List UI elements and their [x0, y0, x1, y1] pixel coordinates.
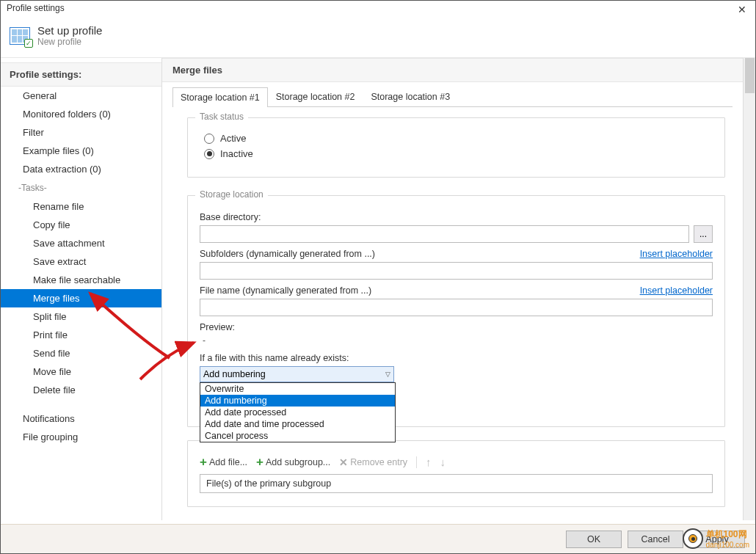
- tab-storage-3[interactable]: Storage location #3: [363, 87, 458, 106]
- filename-label: File name (dynamically generated from ..…: [200, 285, 371, 296]
- task-status-group: Task status Active Inactive: [187, 117, 725, 178]
- opt-add-numbering[interactable]: Add numbering: [200, 395, 395, 407]
- sidebar-title: Profile settings:: [1, 62, 161, 87]
- storage-group: Storage location Base directory: ... Sub…: [187, 195, 725, 427]
- ok-button[interactable]: OK: [566, 531, 622, 548]
- scrollbar-thumb[interactable]: [745, 58, 755, 93]
- storage-legend: Storage location: [195, 189, 268, 200]
- tabs: Storage location #1 Storage location #2 …: [172, 87, 733, 107]
- opt-cancel[interactable]: Cancel process: [200, 430, 395, 442]
- sidebar-item-copy[interactable]: Copy file: [1, 216, 161, 234]
- header-title: Set up profile: [37, 24, 102, 37]
- plus-icon: +: [200, 457, 207, 467]
- subfolders-input[interactable]: [200, 262, 713, 280]
- sidebar-item-notifications[interactable]: Notifications: [1, 409, 161, 428]
- sidebar-item-move[interactable]: Move file: [1, 362, 161, 381]
- exists-combo[interactable]: Add numbering ▽ Overwrite Add numbering …: [200, 366, 394, 382]
- sidebar-item-grouping[interactable]: File grouping: [1, 428, 161, 446]
- sidebar-item-split[interactable]: Split file: [1, 307, 161, 326]
- vertical-scrollbar[interactable]: [743, 58, 755, 520]
- window-title: Profile settings: [7, 3, 65, 13]
- sidebar-item-send[interactable]: Send file: [1, 344, 161, 362]
- insert-placeholder-link[interactable]: Insert placeholder: [640, 249, 713, 259]
- radio-label-active: Active: [220, 133, 246, 144]
- exists-value: Add numbering: [203, 369, 266, 379]
- preview-label: Preview:: [200, 322, 235, 332]
- sidebar-item-delete[interactable]: Delete file: [1, 381, 161, 399]
- sidebar-item-rename[interactable]: Rename file: [1, 197, 161, 216]
- close-icon[interactable]: ✕: [733, 3, 751, 16]
- browse-button[interactable]: ...: [694, 225, 713, 243]
- base-dir-input[interactable]: [200, 225, 689, 243]
- radio-icon: [204, 134, 214, 144]
- header-subtitle: New profile: [37, 37, 102, 47]
- preview-value: -: [203, 335, 713, 346]
- header: ✓ Set up profile New profile: [1, 20, 755, 58]
- tab-storage-1[interactable]: Storage location #1: [172, 87, 268, 107]
- move-up-icon: ↑: [426, 456, 432, 468]
- plus-icon: +: [256, 457, 263, 467]
- exists-label: If a file with this name already exists:: [200, 353, 349, 363]
- x-icon: ✕: [339, 456, 348, 468]
- tasks-separator: -Tasks-: [1, 178, 161, 197]
- sidebar-item-filter[interactable]: Filter: [1, 123, 161, 142]
- sidebar-item-print[interactable]: Print file: [1, 326, 161, 344]
- exists-dropdown: Overwrite Add numbering Add date process…: [200, 382, 396, 442]
- filename-input[interactable]: [200, 299, 713, 316]
- radio-inactive[interactable]: Inactive: [204, 148, 708, 159]
- chevron-down-icon: ▽: [385, 371, 390, 378]
- insert-placeholder-link-2[interactable]: Insert placeholder: [640, 285, 713, 296]
- watermark-text: 单机100网: [706, 528, 749, 541]
- base-dir-label: Base directory:: [200, 212, 261, 222]
- sidebar-item-extraction[interactable]: Data extraction (0): [1, 160, 161, 178]
- subfolders-label: Subfolders (dynamically generated from .…: [200, 249, 375, 259]
- profile-icon: ✓: [10, 27, 30, 45]
- sidebar-item-examples[interactable]: Example files (0): [1, 142, 161, 160]
- cancel-button[interactable]: Cancel: [628, 531, 683, 548]
- remove-entry-button: ✕Remove entry: [339, 456, 407, 468]
- move-down-icon: ↓: [440, 456, 446, 468]
- radio-active[interactable]: Active: [204, 133, 708, 144]
- add-subgroup-button[interactable]: +Add subgroup...: [256, 457, 330, 467]
- radio-label-inactive: Inactive: [220, 148, 253, 159]
- sidebar-item-merge[interactable]: Merge files: [1, 289, 161, 307]
- sidebar-item-save-attachment[interactable]: Save attachment: [1, 234, 161, 252]
- tab-storage-2[interactable]: Storage location #2: [268, 87, 363, 106]
- add-file-button[interactable]: +Add file...: [200, 457, 247, 467]
- sidebar-item-searchable[interactable]: Make file searchable: [1, 271, 161, 289]
- opt-add-datetime[interactable]: Add date and time processed: [200, 418, 395, 430]
- opt-overwrite[interactable]: Overwrite: [200, 383, 395, 395]
- footer: OK Cancel Apply: [1, 524, 755, 553]
- files-group: +Add file... +Add subgroup... ✕Remove en…: [187, 440, 725, 507]
- sidebar: Profile settings: General Monitored fold…: [1, 58, 162, 520]
- watermark: 单机100网 danji100.com: [683, 528, 749, 549]
- sidebar-item-monitored[interactable]: Monitored folders (0): [1, 105, 161, 123]
- opt-add-date[interactable]: Add date processed: [200, 407, 395, 418]
- sidebar-item-save-extract[interactable]: Save extract: [1, 252, 161, 271]
- watermark-url: danji100.com: [706, 541, 749, 549]
- sidebar-item-general[interactable]: General: [1, 87, 161, 105]
- task-status-legend: Task status: [195, 112, 248, 122]
- panel-title: Merge files: [162, 58, 743, 82]
- radio-icon: [204, 149, 214, 159]
- file-list[interactable]: File(s) of the primary subgroup: [200, 474, 713, 493]
- watermark-icon: [683, 528, 703, 549]
